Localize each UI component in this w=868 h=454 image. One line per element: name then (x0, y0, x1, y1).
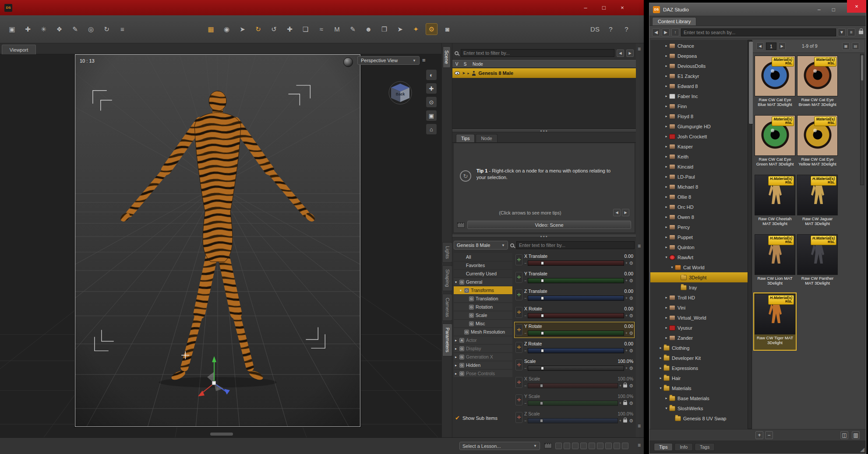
lighting-sphere-icon[interactable] (343, 57, 353, 67)
resize-grip[interactable]: ◢ (860, 446, 864, 453)
home-view-icon[interactable]: ⌂ (426, 123, 437, 135)
gear-icon[interactable]: ⚙ (629, 401, 633, 406)
tree-item[interactable]: ▾ Cat World (650, 262, 748, 272)
frame-tool-icon[interactable]: ▣ (426, 110, 437, 121)
maximize-button[interactable]: □ (595, 2, 613, 14)
tree-item[interactable]: ▸ Kasper (650, 141, 748, 151)
orbit-tool-icon[interactable]: ↺ (268, 23, 280, 35)
item-thumbnail[interactable]: H.Material(s) RSL (755, 234, 795, 275)
nudge-down-icon[interactable]: − (524, 261, 526, 265)
slider-handle[interactable] (541, 261, 544, 265)
target-icon[interactable]: ◎ (85, 23, 97, 35)
expand-arrow[interactable]: ▸ (664, 64, 669, 68)
pane-tab[interactable]: Parameters (442, 324, 452, 356)
expand-arrow[interactable]: ▸ (664, 225, 669, 229)
gear-icon[interactable]: ⚙ (629, 260, 633, 266)
tree-item[interactable]: ▸ LD-Paul (650, 172, 748, 182)
expand-arrow[interactable]: ▸ (664, 44, 669, 48)
tree-item[interactable]: ▸ Orc HD (650, 202, 748, 212)
add-button[interactable]: + (755, 431, 763, 439)
view-list-icon[interactable]: ≡ (847, 28, 855, 36)
nudge-down-icon[interactable]: − (524, 279, 526, 283)
tab-scene[interactable]: Scene (443, 46, 451, 68)
parameter-slider-row[interactable]: ✛ X Scale 100.0% − (514, 374, 635, 391)
slider-value[interactable]: 0.00 (625, 289, 633, 295)
page-prev-button[interactable]: ◀ (756, 42, 764, 50)
nudge-down-icon[interactable]: − (524, 331, 526, 335)
tree-item[interactable]: ▸ Faber Inc (650, 91, 748, 101)
tree-item[interactable]: ▾ RawArt (650, 252, 748, 262)
item-thumbnail[interactable]: Material(s) RSL (755, 115, 795, 156)
expand-arrow[interactable]: ▸ (664, 74, 669, 78)
tree-item[interactable]: ▸ Keith (650, 151, 748, 162)
tree-item[interactable]: ▸ Chance (650, 41, 748, 51)
export-icon[interactable]: ◫ (840, 431, 848, 439)
tree-item[interactable]: ▸ Glumgurgle HD (650, 121, 748, 131)
tree-scrollbar[interactable] (748, 40, 752, 429)
close-button[interactable]: × (613, 2, 632, 14)
tree-item[interactable]: 3Delight (650, 272, 748, 282)
wrench-tool-icon[interactable]: ✦ (410, 23, 422, 35)
lock-icon[interactable] (859, 31, 863, 34)
parameter-group[interactable]: All (454, 253, 512, 261)
slider-track[interactable] (528, 348, 624, 353)
gear-icon[interactable]: ⚙ (629, 278, 633, 284)
slider-value[interactable]: 0.00 (625, 253, 633, 260)
expand-arrow[interactable]: ▾ (664, 406, 669, 410)
node-selection-icon[interactable]: ➤ (236, 23, 248, 35)
camera-tool-icon[interactable]: ❒ (378, 23, 390, 35)
lesson-nav-button[interactable] (605, 443, 612, 449)
expand-arrow[interactable]: ▸ (658, 346, 663, 350)
viewport-3d[interactable]: 10 : 13 Perspective View ▼ ≡ Back (0, 54, 441, 437)
parameter-group[interactable]: ▸ G Hidden (454, 361, 512, 370)
expand-arrow[interactable]: ▸ (455, 347, 459, 351)
tree-item[interactable]: ▸ Vyusur (650, 323, 748, 333)
item-thumbnail[interactable]: Material(s) RSL (797, 115, 838, 156)
pane-menu-icon[interactable]: ≡ (638, 46, 641, 52)
slider-value[interactable]: 100.0% (617, 411, 633, 418)
library-item[interactable]: H.Material(s) RSL Raw CW Lion MAT 3Delig… (754, 234, 796, 290)
expand-arrow[interactable]: ▸ (664, 326, 669, 330)
expand-arrow[interactable]: ▸ (664, 205, 669, 209)
tree-item[interactable]: ▸ Edward 8 (650, 81, 748, 91)
column-visibility[interactable]: V (452, 62, 461, 67)
library-item[interactable]: H.Material(s) RSL Raw CW Tiger MAT 3Deli… (754, 293, 796, 350)
library-item[interactable]: Material(s) RSL Raw CW Cat Eye Green MAT… (754, 115, 796, 171)
expand-arrow[interactable]: ▾ (664, 255, 669, 259)
lock-icon[interactable] (623, 402, 627, 405)
pane-tab[interactable]: Lights (442, 242, 452, 263)
measure-tool-icon[interactable]: M (331, 23, 343, 35)
translate-tool-icon[interactable]: ✚ (284, 23, 296, 35)
bottom-tab[interactable]: Tags (695, 443, 715, 451)
nudge-down-icon[interactable]: − (524, 349, 526, 353)
expand-arrow[interactable]: ▸ (664, 134, 669, 138)
parameter-slider-row[interactable]: ✛ Y Rotate 0.00 − (514, 322, 635, 338)
pan-tool-icon[interactable]: ✚ (426, 83, 437, 94)
slider-track[interactable] (528, 418, 618, 423)
tree-item[interactable]: ▸ Josh Crockett (650, 131, 748, 141)
expand-arrow[interactable]: ▸ (664, 155, 669, 158)
gear-icon[interactable]: ⚙ (629, 418, 633, 424)
slider-value[interactable]: 0.00 (625, 306, 633, 313)
nudge-down-icon[interactable]: − (524, 314, 526, 318)
expand-arrow[interactable]: ▸ (658, 376, 663, 380)
lesson-nav-button[interactable] (589, 443, 595, 449)
tab-viewport[interactable]: Viewport (2, 45, 36, 54)
library-item[interactable]: H.Material(s) RSL Raw CW Jaguar MAT 3Del… (797, 174, 838, 231)
pane-tab[interactable]: Shaping (442, 265, 452, 291)
tip-prev-button[interactable]: ◀ (613, 209, 621, 216)
path-tool-icon[interactable]: ≈ (315, 23, 327, 35)
lesson-nav-button[interactable] (597, 443, 603, 449)
grid-view-icon[interactable]: ▦ (842, 42, 850, 50)
tree-item[interactable]: ▸ Vini (650, 303, 748, 313)
grid-snap-icon[interactable]: ▦ (205, 23, 217, 35)
nudge-up-icon[interactable]: + (625, 261, 628, 265)
filter-next-button[interactable]: ▶ (626, 49, 634, 57)
tree-item[interactable]: Iray (650, 282, 748, 292)
slider-value[interactable]: 100.0% (617, 376, 633, 383)
gear-icon[interactable]: ⚙ (629, 296, 633, 301)
expand-arrow[interactable]: ▸ (664, 84, 669, 88)
parameter-group[interactable]: G Mesh Resolution (454, 328, 512, 336)
nudge-down-icon[interactable]: − (524, 384, 526, 388)
pane-menu-icon[interactable]: ≡ (638, 443, 641, 448)
